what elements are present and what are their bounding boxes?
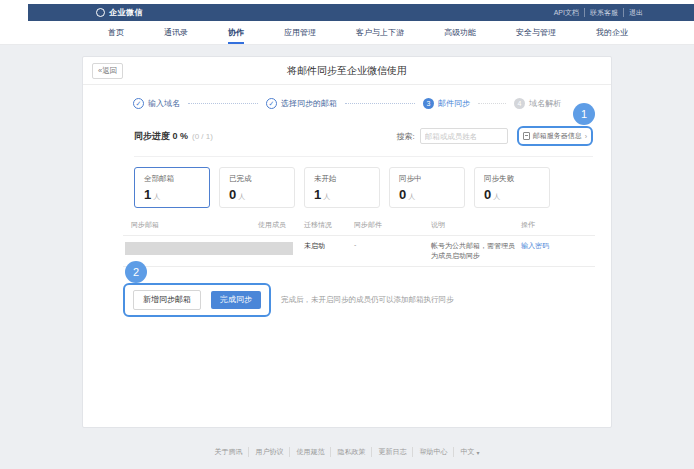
mail-server-info-button[interactable]: 邮箱服务器信息 › — [523, 131, 587, 141]
table-header: 同步邮箱 使用成员 迁移情况 同步邮件 说明 操作 — [123, 220, 595, 236]
wecom-logo: 企业微信 — [96, 7, 143, 18]
step-select-mailboxes: ✓ 选择同步的邮箱 — [266, 98, 337, 109]
stat-value: 1 — [314, 187, 321, 202]
tab-security-management[interactable]: 安全与管理 — [516, 21, 556, 44]
tab-home[interactable]: 首页 — [108, 21, 124, 44]
progress-row: 同步进度 0 % (0 / 1) 搜索: 1 邮箱服务器信息 › — [134, 126, 593, 157]
search-input[interactable] — [420, 128, 508, 144]
tab-contacts[interactable]: 通讯录 — [164, 21, 188, 44]
actions-note: 完成后，未开启同步的成员仍可以添加邮箱执行同步 — [281, 295, 454, 305]
chevron-right-icon: › — [585, 133, 587, 140]
tab-collaboration[interactable]: 协作 — [228, 21, 244, 44]
col-migration-status: 迁移情况 — [304, 220, 354, 230]
annotation-badge-2: 2 — [125, 261, 147, 283]
footer-usage-policy[interactable]: 使用规范 — [289, 447, 330, 457]
sync-progress-label: 同步进度 0 % — [134, 130, 188, 143]
tab-app-management[interactable]: 应用管理 — [284, 21, 316, 44]
stat-card-sync-failed[interactable]: 同步失败 0 人 — [474, 167, 550, 208]
page-title: 将邮件同步至企业微信使用 — [83, 57, 611, 85]
table-row: 未启动 - 帐号为公共邮箱，需管理员为成员启动同步 输入密码 — [123, 236, 595, 267]
footer: 关于腾讯 用户协议 使用规范 隐私政策 更新日志 帮助中心 中文 ▾ — [0, 447, 694, 457]
step-check-icon: ✓ — [266, 98, 277, 109]
step-number-icon: 4 — [514, 98, 525, 109]
footer-changelog[interactable]: 更新日志 — [371, 447, 412, 457]
topbar-links: API文档 联系客服 退出 — [549, 8, 648, 17]
content-area: «返回 将邮件同步至企业微信使用 ✓ 输入域名 ✓ 选择同步的邮箱 3 邮件同步 — [0, 45, 694, 469]
stat-value: 0 — [484, 187, 491, 202]
step-indicator: ✓ 输入域名 ✓ 选择同步的邮箱 3 邮件同步 4 域名解析 — [83, 96, 611, 110]
main-nav: 首页 通讯录 协作 应用管理 客户与上下游 高级功能 安全与管理 我的企业 — [0, 21, 694, 45]
redacted-bar — [125, 242, 293, 255]
back-button[interactable]: «返回 — [92, 63, 123, 79]
step-enter-domain: ✓ 输入域名 — [133, 98, 180, 109]
footer-privacy-policy[interactable]: 隐私政策 — [330, 447, 371, 457]
search-label: 搜索: — [396, 131, 414, 142]
col-sync-mailbox: 同步邮箱 — [123, 220, 258, 230]
tab-advanced-features[interactable]: 高级功能 — [444, 21, 476, 44]
contact-support-link[interactable]: 联系客服 — [584, 8, 623, 17]
stat-value: 0 — [399, 187, 406, 202]
col-member: 使用成员 — [258, 220, 304, 230]
logout-link[interactable]: 退出 — [623, 8, 648, 17]
language-selector[interactable]: 中文 ▾ — [453, 447, 485, 457]
synced-mail-cell: - — [354, 241, 431, 260]
stat-value: 1 — [144, 187, 151, 202]
step-separator — [188, 103, 258, 104]
stats-row: 全部邮箱 1 人 已完成 0 人 未开始 — [134, 167, 593, 208]
stat-card-completed[interactable]: 已完成 0 人 — [219, 167, 295, 208]
annotation-highlight-1: 1 邮箱服务器信息 › — [517, 126, 593, 146]
stat-card-not-started[interactable]: 未开始 1 人 — [304, 167, 380, 208]
actions-row: 2 新增同步邮箱 完成同步 完成后，未开启同步的成员仍可以添加邮箱执行同步 — [123, 283, 593, 317]
footer-about-tencent[interactable]: 关于腾讯 — [208, 447, 248, 457]
stat-card-all-mailboxes[interactable]: 全部邮箱 1 人 — [134, 167, 210, 208]
description-cell: 帐号为公共邮箱，需管理员为成员启动同步 — [431, 241, 521, 260]
screen: 企业微信 API文档 联系客服 退出 首页 通讯录 协作 应用管理 客户与上下游… — [0, 0, 694, 469]
add-sync-mailbox-button[interactable]: 新增同步邮箱 — [133, 290, 201, 310]
server-info-icon — [523, 132, 530, 140]
wecom-logo-text: 企业微信 — [109, 7, 143, 18]
api-docs-link[interactable]: API文档 — [549, 8, 584, 17]
col-synced-mail: 同步邮件 — [354, 220, 431, 230]
step-check-icon: ✓ — [133, 98, 144, 109]
tab-my-enterprise[interactable]: 我的企业 — [596, 21, 628, 44]
tab-customers[interactable]: 客户与上下游 — [356, 21, 404, 44]
finish-sync-button[interactable]: 完成同步 — [211, 291, 261, 309]
enter-password-link[interactable]: 输入密码 — [521, 241, 595, 260]
stat-card-syncing[interactable]: 同步中 0 人 — [389, 167, 465, 208]
topbar: 企业微信 API文档 联系客服 退出 — [28, 4, 694, 21]
sync-mailbox-table: 同步邮箱 使用成员 迁移情况 同步邮件 说明 操作 未启动 - 帐号为公共邮箱，… — [123, 220, 595, 267]
card-body: 同步进度 0 % (0 / 1) 搜索: 1 邮箱服务器信息 › — [83, 126, 611, 317]
step-domain-resolution: 4 域名解析 — [514, 98, 561, 109]
annotation-highlight-2: 2 新增同步邮箱 完成同步 — [123, 283, 271, 317]
footer-help-center[interactable]: 帮助中心 — [412, 447, 453, 457]
step-number-icon: 3 — [423, 98, 434, 109]
card-header: «返回 将邮件同步至企业微信使用 — [83, 57, 611, 85]
redacted-mailbox-cell — [123, 241, 304, 260]
stat-value: 0 — [229, 187, 236, 202]
sync-progress-count: (0 / 1) — [192, 132, 213, 141]
step-mail-sync: 3 邮件同步 — [423, 98, 470, 109]
footer-user-agreement[interactable]: 用户协议 — [248, 447, 289, 457]
col-operation: 操作 — [521, 220, 595, 230]
search-group: 搜索: 1 邮箱服务器信息 › — [396, 126, 593, 146]
wecom-logo-icon — [96, 8, 105, 17]
col-description: 说明 — [431, 220, 521, 230]
caret-down-icon: ▾ — [476, 449, 479, 456]
migration-status-cell: 未启动 — [304, 241, 354, 260]
mail-sync-card: «返回 将邮件同步至企业微信使用 ✓ 输入域名 ✓ 选择同步的邮箱 3 邮件同步 — [82, 56, 612, 428]
annotation-badge-1: 1 — [573, 103, 595, 125]
step-separator — [345, 103, 415, 104]
step-separator — [478, 103, 506, 104]
